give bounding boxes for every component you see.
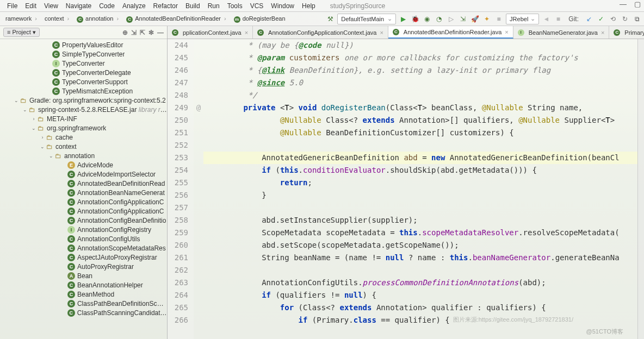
maximize-icon[interactable]: ▢ [634, 0, 641, 8]
gutter-marks: @ [194, 39, 203, 339]
menu-help[interactable]: Help [298, 1, 319, 11]
debug-icon[interactable]: 🐞 [410, 14, 420, 24]
menu-file[interactable]: File [3, 1, 21, 11]
editor-tab[interactable]: CpplicationContext.java× [168, 26, 253, 39]
coverage-icon[interactable]: ◉ [422, 14, 432, 24]
breadcrumb-2[interactable]: Cannotation [73, 14, 122, 23]
code-lines[interactable]: * (may be {@code null}) * @param customi… [203, 39, 637, 339]
menu-view[interactable]: View [40, 1, 62, 11]
settings-icon[interactable]: ✻ [148, 29, 154, 36]
tree-item[interactable]: CBeanAnnotationHelper [0, 280, 167, 290]
run-icon[interactable]: ▶ [398, 14, 408, 24]
collapse-icon[interactable]: ⇱ [140, 29, 145, 36]
menu-code[interactable]: Code [95, 1, 119, 11]
menu-navigate[interactable]: Navigate [62, 1, 95, 11]
watermark: @51CTO博客 [586, 328, 623, 336]
stop-icon[interactable]: ■ [494, 14, 504, 24]
tree-item[interactable]: CBeanMethod [0, 290, 167, 299]
menu-edit[interactable]: Edit [21, 1, 40, 11]
editor-tabs: CpplicationContext.java×CAnnotationConfi… [168, 26, 644, 39]
project-name: studySpringSource [330, 2, 385, 10]
editor-tab[interactable]: IBeanNameGenerator.java× [513, 26, 610, 39]
tree-item[interactable]: ⌄🗀context [0, 142, 167, 151]
tree-item[interactable]: CClassPathBeanDefinitionScann [0, 299, 167, 308]
tree-item[interactable]: ›🗀META-INF [0, 114, 167, 123]
tree-item[interactable]: ⌄🗀org.springframework [0, 123, 167, 133]
tree-item[interactable]: CAnnotationConfigApplicationC [0, 206, 167, 216]
watermark-source: 图片来源:https://gitee.com/jyq_18792721831/ [453, 316, 573, 324]
git-commit-icon[interactable]: ✓ [596, 14, 606, 24]
rocket-icon[interactable]: 🚀 [470, 14, 480, 24]
editor-tab[interactable]: CAnnotatedBeanDefinitionReader.java× [388, 26, 513, 39]
run-config-selector[interactable]: DefaultTestMain ⌄ [337, 14, 396, 24]
menu-refactor[interactable]: Refactor [150, 1, 182, 11]
tree-item[interactable]: ITypeConverter [0, 59, 167, 68]
tree-item[interactable]: CAnnotationBeanNameGenerat [0, 188, 167, 197]
git-revert-icon[interactable]: ↻ [620, 14, 630, 24]
tree-item[interactable]: CPropertyValuesEditor [0, 40, 167, 49]
tree-item[interactable]: ABean [0, 271, 167, 280]
toolbar: rameworkcontextCannotationCAnnotatedBean… [0, 12, 644, 26]
run2-icon[interactable]: ▷ [446, 14, 456, 24]
tree-item[interactable]: CAnnotationConfigUtils [0, 234, 167, 243]
jr-icon1[interactable]: ◄ [541, 14, 551, 24]
star-icon[interactable]: ✦ [482, 14, 492, 24]
close-icon[interactable]: × [245, 29, 248, 36]
git-label: Git: [568, 15, 579, 23]
tree-item[interactable]: CTypeConverterDelegate [0, 68, 167, 77]
tree-item[interactable]: IAnnotationConfigRegistry [0, 225, 167, 234]
project-panel: ≡ Project ▾ ⊕ ⇲ ⇱ ✻ — CPropertyValuesEdi… [0, 26, 168, 339]
tree-item[interactable]: ⌄🗀Gradle: org.springframework:spring-con… [0, 96, 167, 105]
breadcrumb-0[interactable]: ramework [2, 14, 40, 23]
tree-item[interactable]: CAnnotationConfigBeanDefinitio [0, 216, 167, 225]
menu-bar: FileEditViewNavigateCodeAnalyzeRefactorB… [0, 0, 644, 12]
jrebel-selector[interactable]: JRebel ⌄ [506, 14, 539, 24]
tree-item[interactable]: ⌄🗀annotation [0, 151, 167, 160]
gutter: 2442452462472482492502512522532542552562… [168, 39, 194, 339]
menu-run[interactable]: Run [204, 1, 224, 11]
profile-icon[interactable]: ◔ [434, 14, 444, 24]
tree-item[interactable]: EAdviceMode [0, 160, 167, 170]
menu-vcs[interactable]: VCS [246, 1, 268, 11]
breadcrumb-4[interactable]: mdoRegisterBean [231, 14, 289, 23]
project-panel-header[interactable]: ≡ Project ▾ ⊕ ⇲ ⇱ ✻ — [0, 26, 167, 39]
minimap[interactable] [637, 39, 644, 339]
close-icon[interactable]: × [601, 29, 604, 36]
tree-item[interactable]: CTypeConverterSupport [0, 77, 167, 86]
tree-item[interactable]: ›🗀cache [0, 133, 167, 142]
menu-window[interactable]: Window [267, 1, 298, 11]
breadcrumb-3[interactable]: CAnnotatedBeanDefinitionReader [123, 14, 229, 23]
tree-item[interactable]: CAnnotationConfigApplicationC [0, 197, 167, 206]
minimize-icon[interactable]: — [620, 0, 627, 8]
git-history-icon[interactable]: ⟲ [608, 14, 618, 24]
tree-item[interactable]: CAnnotationScopeMetadataRes [0, 243, 167, 253]
tree-item[interactable]: CAutoProxyRegistrar [0, 262, 167, 271]
git-update-icon[interactable]: ↙ [584, 14, 594, 24]
close-icon[interactable]: × [380, 29, 383, 36]
breadcrumb-1[interactable]: context [41, 14, 72, 23]
code-editor[interactable]: 2442452462472482492502512522532542552562… [168, 39, 644, 339]
hide-icon[interactable]: — [157, 29, 164, 36]
select-opened-icon[interactable]: ⊕ [122, 29, 128, 36]
menu-build[interactable]: Build [182, 1, 204, 11]
project-tree[interactable]: CPropertyValuesEditorCSimpleTypeConverte… [0, 39, 167, 339]
tree-item[interactable]: CTypeMismatchException [0, 86, 167, 96]
attach-icon[interactable]: ⇲ [458, 14, 468, 24]
tree-item[interactable]: CClassPathScanningCandidateC [0, 308, 167, 317]
expand-icon[interactable]: ⇲ [131, 29, 137, 36]
close-icon[interactable]: × [505, 29, 508, 35]
search-icon[interactable]: ⧉ [632, 14, 642, 24]
menu-tools[interactable]: Tools [224, 1, 246, 11]
tree-item[interactable]: CAdviceModeImportSelector [0, 170, 167, 179]
jr-icon2[interactable]: ■ [553, 14, 563, 24]
editor-tab[interactable]: CPrimary× [609, 26, 644, 39]
tree-item[interactable]: CSimpleTypeConverter [0, 49, 167, 59]
menu-analyze[interactable]: Analyze [119, 1, 150, 11]
editor-tab[interactable]: CAnnotationConfigApplicationContext.java… [253, 26, 388, 39]
tree-item[interactable]: CAspectJAutoProxyRegistrar [0, 253, 167, 262]
tree-item[interactable]: CAnnotatedBeanDefinitionRead [0, 179, 167, 188]
hammer-icon[interactable]: ⚒ [325, 14, 335, 24]
tree-item[interactable]: ⌄🗀spring-context-5.2.8.RELEASE.jar libra… [0, 105, 167, 114]
